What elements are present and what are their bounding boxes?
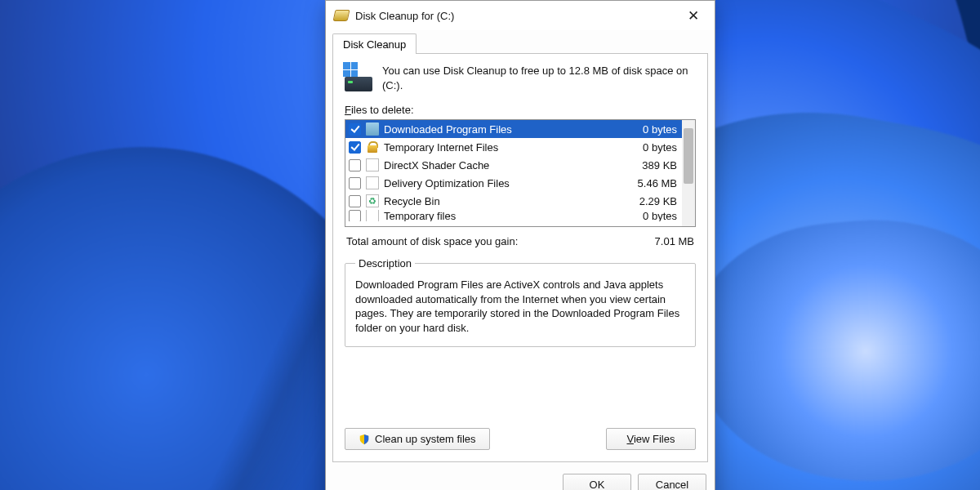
list-item[interactable]: Temporary files0 bytes [345, 210, 682, 221]
blank-icon [366, 210, 379, 221]
panel-actions: Clean up system files View Files [345, 428, 696, 450]
item-size: 389 KB [642, 159, 677, 172]
scrollbar[interactable] [682, 120, 695, 226]
view-files-label: iew Files [634, 433, 675, 445]
item-size: 0 bytes [643, 141, 677, 154]
disk-cleanup-icon [345, 64, 372, 91]
cancel-button[interactable]: Cancel [638, 474, 706, 490]
item-name: Delivery Optimization Files [384, 177, 633, 189]
list-item[interactable]: Temporary Internet Files0 bytes [345, 138, 682, 156]
description-legend: Description [355, 257, 415, 270]
disk-cleanup-dialog: Disk Cleanup for (C:) ✕ Disk Cleanup You… [325, 0, 715, 490]
checkbox[interactable] [349, 159, 361, 172]
blank-icon [366, 176, 379, 189]
blank-icon [366, 158, 379, 172]
item-name: Recycle Bin [384, 195, 635, 207]
description-text: Downloaded Program Files are ActiveX con… [355, 278, 685, 335]
tab-bar: Disk Cleanup [326, 30, 715, 53]
tab-panel: You can use Disk Cleanup to free up to 1… [332, 53, 708, 462]
intro-text: You can use Disk Cleanup to free up to 1… [382, 64, 696, 92]
intro-section: You can use Disk Cleanup to free up to 1… [345, 64, 696, 92]
lock-icon [366, 140, 379, 154]
cleanup-system-files-button[interactable]: Clean up system files [345, 428, 490, 450]
checkbox[interactable] [349, 195, 361, 207]
view-files-button[interactable]: View Files [606, 428, 696, 450]
close-icon[interactable]: ✕ [680, 4, 706, 27]
description-group: Description Downloaded Program Files are… [345, 257, 696, 347]
view-files-accel: V [626, 433, 633, 445]
uac-shield-icon [359, 434, 370, 445]
cleanup-system-files-label: Clean up system files [375, 433, 476, 445]
list-item[interactable]: Delivery Optimization Files5.46 MB [345, 174, 682, 192]
total-gain-value: 7.01 MB [655, 235, 694, 247]
window-title: Disk Cleanup for (C:) [355, 10, 454, 22]
checkbox[interactable] [349, 177, 361, 189]
item-size: 5.46 MB [638, 177, 677, 189]
checkbox[interactable] [349, 141, 361, 154]
item-name: Downloaded Program Files [384, 123, 638, 136]
total-gain-label: Total amount of disk space you gain: [346, 235, 518, 247]
list-item[interactable]: Downloaded Program Files0 bytes [345, 120, 682, 138]
folder-icon [366, 122, 379, 136]
item-name: Temporary files [384, 210, 638, 221]
files-to-delete-label: Files to delete: [345, 104, 696, 116]
files-listbox[interactable]: Downloaded Program Files0 bytesTemporary… [345, 119, 696, 227]
broom-icon [334, 10, 349, 21]
item-size: 0 bytes [643, 123, 677, 136]
checkbox[interactable] [349, 210, 361, 221]
recycle-icon [366, 194, 379, 207]
checkbox[interactable] [349, 123, 361, 136]
ok-button[interactable]: OK [563, 474, 631, 490]
dialog-actions: OK Cancel [326, 469, 715, 490]
item-name: Temporary Internet Files [384, 141, 638, 154]
total-gain-row: Total amount of disk space you gain: 7.0… [346, 235, 694, 247]
list-item[interactable]: Recycle Bin2.29 KB [345, 192, 682, 210]
item-size: 2.29 KB [639, 195, 677, 207]
item-size: 0 bytes [643, 210, 677, 221]
scrollbar-thumb[interactable] [684, 128, 693, 184]
list-item[interactable]: DirectX Shader Cache389 KB [345, 156, 682, 174]
titlebar[interactable]: Disk Cleanup for (C:) ✕ [326, 1, 715, 30]
tab-disk-cleanup[interactable]: Disk Cleanup [332, 33, 416, 54]
item-name: DirectX Shader Cache [384, 159, 637, 172]
